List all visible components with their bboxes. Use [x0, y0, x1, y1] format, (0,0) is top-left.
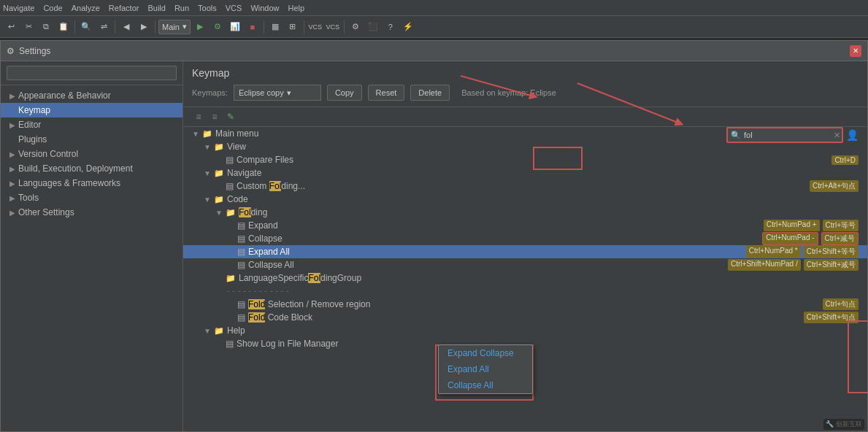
folder-icon: 📁 [226, 208, 236, 217]
menu-code[interactable]: Code [43, 4, 62, 12]
menu-tools[interactable]: Tools [198, 4, 217, 12]
sidebar-item-appearance[interactable]: ▶ Appearance & Behavior [1, 88, 183, 103]
tree-toolbar: ≡ ≡ ✎ [183, 107, 867, 127]
file-icon: ▤ [237, 260, 245, 270]
toolbar-debug[interactable]: ⚙ [210, 19, 226, 35]
shortcut-tag: Ctrl+D [831, 155, 859, 165]
shortcut-group: Ctrl+Shift+句点 [804, 312, 859, 323]
node-label: Code [227, 194, 248, 204]
edit-icon[interactable]: ✎ [224, 110, 237, 123]
expand-all-icon[interactable]: ≡ [192, 110, 205, 123]
toolbar-vcs1[interactable]: VCS [307, 19, 323, 35]
toolbar-cut[interactable]: ✂ [20, 19, 37, 35]
left-search-input[interactable] [7, 66, 177, 80]
toolbar-layout2[interactable]: ⊞ [285, 19, 301, 35]
collapse-all-icon[interactable]: ≡ [208, 110, 221, 123]
sidebar-item-build[interactable]: ▶ Build, Execution, Deployment [1, 161, 183, 176]
sidebar-item-other-settings[interactable]: ▶ Other Settings [1, 205, 183, 220]
toolbar-terminal[interactable]: ⬛ [365, 19, 381, 35]
file-icon: ▤ [237, 247, 245, 257]
toolbar-move-right[interactable]: ▶ [136, 19, 152, 35]
menu-vcs[interactable]: VCS [226, 4, 242, 12]
tree-node-fold-selection[interactable]: ▼ ▤ Fold Selection / Remove region Ctrl+… [183, 298, 867, 311]
tree-node-expand-all[interactable]: ▼ ▤ Expand All Ctrl+NumPad * Ctrl+Shift+… [183, 245, 867, 258]
tree-node-code[interactable]: ▼ 📁 Code [183, 193, 867, 206]
tree-node-expand[interactable]: ▼ ▤ Expand Ctrl+NumPad + Ctrl+等号 [183, 219, 867, 232]
menu-help[interactable]: Help [288, 4, 305, 12]
sidebar-item-tools[interactable]: ▶ Tools [1, 190, 183, 205]
right-panel: Keymap Keymaps: Eclipse copy ▾ Copy Rese… [183, 61, 867, 431]
tree-node-help[interactable]: ▼ 📁 Help [183, 324, 867, 337]
shortcut-tag: Ctrl+NumPad - [762, 232, 818, 245]
arrow-icon: ▶ [9, 194, 15, 202]
watermark-text: 🔧 创新互联 [826, 420, 862, 428]
sidebar-item-plugins[interactable]: Plugins [1, 132, 183, 147]
toolbar-undo[interactable]: ↩ [3, 19, 19, 35]
toolbar-coverage[interactable]: 📊 [227, 19, 243, 35]
tree-node-lang-folding[interactable]: ▼ 📁 LanguageSpecificFoldingGroup [183, 271, 867, 285]
menu-run[interactable]: Run [174, 4, 189, 12]
sidebar-item-editor[interactable]: ▶ Editor [1, 117, 183, 132]
toolbar-divider-5 [304, 20, 304, 34]
sidebar-item-version-control[interactable]: ▶ Version Control [1, 147, 183, 161]
shortcut-tag: Ctrl+NumPad + [764, 220, 820, 231]
toolbar-search[interactable]: 🔍 [78, 19, 94, 35]
popup-item-collapse-all[interactable]: Collapse All [439, 377, 532, 393]
tree-node-collapse-all[interactable]: ▼ ▤ Collapse All Ctrl+Shift+NumPad / Ctr… [183, 258, 867, 271]
tree-node-folding[interactable]: ▼ 📁 Folding [183, 206, 867, 219]
tree-node-compare-files[interactable]: ▼ ▤ Compare Files Ctrl+D [183, 153, 867, 166]
toolbar-vcs2[interactable]: VCS [325, 19, 341, 35]
keymap-search-input[interactable] [726, 127, 843, 143]
dialog-title-bar: ⚙ Settings ✕ [1, 41, 867, 61]
node-label: Help [227, 325, 245, 336]
sidebar-item-languages[interactable]: ▶ Languages & Frameworks [1, 176, 183, 190]
menu-analyze[interactable]: Analyze [72, 4, 100, 12]
node-label: Expand All [248, 247, 290, 257]
delete-button[interactable]: Delete [410, 85, 450, 101]
file-icon: ▤ [237, 220, 245, 231]
node-label: Collapse [248, 234, 283, 244]
toolbar-layout[interactable]: ▦ [267, 19, 283, 35]
toolbar-replace[interactable]: ⇌ [96, 19, 112, 35]
toolbar-run[interactable]: ▶ [192, 19, 208, 35]
toolbar-paste[interactable]: 📋 [55, 19, 72, 35]
shortcut-group: Ctrl+Alt+句点 [810, 180, 859, 192]
popup-item-expand-all[interactable]: Expand All [439, 361, 532, 377]
dialog-body: ▶ Appearance & Behavior Keymap ▶ Editor … [1, 61, 867, 431]
sidebar-item-label: Keymap [18, 105, 50, 115]
tree-node-fold-code-block[interactable]: ▼ ▤ Fold Code Block Ctrl+Shift+句点 [183, 311, 867, 324]
menu-build[interactable]: Build [147, 4, 165, 12]
menu-navigate[interactable]: Navigate [3, 4, 34, 12]
arrow-icon: ▼ [192, 130, 199, 138]
sidebar-item-label: Plugins [18, 134, 47, 144]
toolbar-move-left[interactable]: ◀ [118, 19, 134, 35]
shortcut-group: Ctrl+NumPad + Ctrl+等号 [764, 220, 859, 231]
keymap-value: Eclipse copy [239, 88, 284, 97]
toolbar-copy[interactable]: ⧉ [38, 19, 54, 35]
reset-button[interactable]: Reset [368, 85, 405, 101]
popup-item-expand-collapse[interactable]: Expand Collapse [439, 345, 532, 361]
tree-node-navigate[interactable]: ▼ 📁 Navigate [183, 166, 867, 180]
node-label: Fold Selection / Remove region [248, 299, 370, 309]
keymap-dropdown[interactable]: Eclipse copy ▾ [234, 85, 321, 101]
toolbar-divider-6 [344, 20, 345, 34]
menu-window[interactable]: Window [250, 4, 279, 12]
toolbar-help[interactable]: ? [383, 19, 399, 35]
sidebar-item-label: Editor [18, 120, 41, 130]
menu-refactor[interactable]: Refactor [109, 4, 139, 12]
clear-search-icon[interactable]: ✕ [834, 131, 840, 140]
dialog-close-button[interactable]: ✕ [850, 45, 861, 57]
copy-button[interactable]: Copy [327, 85, 362, 101]
shortcut-group: Ctrl+D [831, 155, 859, 165]
arrow-icon: ▼ [204, 196, 211, 204]
sidebar-item-keymap[interactable]: Keymap [1, 103, 183, 117]
folder-icon: 📁 [202, 129, 212, 139]
toolbar-extra[interactable]: ⚡ [400, 19, 416, 35]
user-filter-icon[interactable]: 👤 [846, 129, 859, 141]
tree-node-collapse[interactable]: ▼ ▤ Collapse Ctrl+NumPad - Ctrl+减号 [183, 232, 867, 245]
toolbar-stop[interactable]: ■ [245, 19, 261, 35]
tree-node-custom-folding[interactable]: ▼ ▤ Custom Folding... Ctrl+Alt+句点 [183, 180, 867, 193]
toolbar-config-dropdown[interactable]: Main ▾ [158, 20, 191, 34]
toolbar-settings[interactable]: ⚙ [347, 19, 364, 35]
sidebar-item-label: Other Settings [18, 207, 74, 217]
